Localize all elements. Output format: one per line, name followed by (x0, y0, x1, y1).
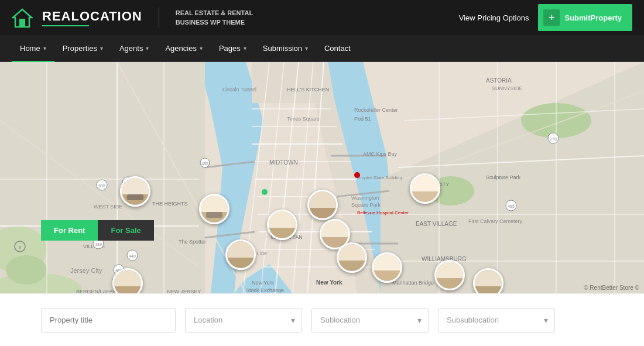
svg-text:ASTORIA: ASTORIA (486, 77, 512, 84)
svg-text:EAST VILLAGE: EAST VILLAGE (416, 221, 457, 227)
map-pin-7[interactable] (225, 239, 256, 270)
nav-agents-arrow: ▾ (146, 45, 149, 52)
logo-underline (42, 25, 89, 26)
svg-text:AMC Kips Bay: AMC Kips Bay (363, 151, 398, 157)
nav-submission-arrow: ▾ (305, 45, 308, 52)
svg-text:First Calvary Cemetery: First Calvary Cemetery (468, 218, 523, 224)
nav-item-home[interactable]: Home ▾ (12, 35, 54, 62)
property-title-input[interactable] (41, 308, 176, 333)
header-divider (159, 7, 159, 28)
map-pin-12[interactable] (473, 268, 503, 293)
svg-text:New York: New York (316, 279, 342, 286)
nav-contact-label: Contact (324, 44, 351, 53)
header: REALOCATION REAL ESTATE & RENTAL BUSINES… (0, 0, 644, 35)
svg-text:Washington: Washington (351, 195, 379, 201)
subsublocation-select[interactable]: Subsublocation (438, 308, 555, 333)
header-right: View Pricing Options + SubmitProperty (459, 4, 632, 31)
map-pin-11[interactable] (434, 260, 465, 290)
map-pin-3[interactable] (307, 190, 338, 220)
svg-point-8 (6, 255, 47, 285)
filter-bar: Location Sublocation Subsublocation (0, 293, 644, 346)
svg-text:New York: New York (252, 280, 275, 286)
for-rent-tab[interactable]: For Rent (41, 220, 98, 241)
nav-item-contact[interactable]: Contact (316, 35, 359, 62)
svg-text:Jersey City: Jersey City (70, 267, 102, 274)
svg-text:Empire State Building: Empire State Building (357, 175, 402, 180)
header-tagline: REAL ESTATE & RENTAL BUSINESS WP THEME (176, 8, 253, 28)
map-pin-2[interactable] (199, 194, 229, 224)
svg-text:Lincoln Tunnel: Lincoln Tunnel (222, 87, 256, 93)
nav-properties-label: Properties (63, 44, 97, 53)
nav-pages-label: Pages (219, 44, 241, 53)
main-nav: Home ▾ Properties ▾ Agents ▾ Agencies ▾ … (0, 35, 644, 62)
logo-wrap: REALOCATION (42, 9, 142, 26)
nav-home-label: Home (20, 44, 40, 53)
svg-text:9: 9 (19, 245, 22, 250)
tab-buttons: For Rent For Sale (41, 220, 154, 241)
logo-text: REALOCATION (42, 9, 142, 24)
svg-text:MIDTOWN: MIDTOWN (269, 159, 298, 166)
svg-text:Times Square: Times Square (287, 116, 320, 122)
svg-text:NEW JERSEY: NEW JERSEY (167, 289, 201, 293)
nav-item-agents[interactable]: Agents ▾ (111, 35, 157, 62)
svg-rect-1 (19, 19, 25, 27)
svg-text:The Spotter: The Spotter (179, 239, 206, 245)
nav-item-pages[interactable]: Pages ▾ (211, 35, 255, 62)
svg-text:635: 635 (98, 184, 105, 188)
nav-agencies-arrow: ▾ (200, 45, 203, 52)
nav-agencies-label: Agencies (165, 44, 196, 53)
location-wrapper: Location (185, 308, 302, 333)
nav-agents-label: Agents (119, 44, 143, 53)
for-sale-tab[interactable]: For Sale (98, 220, 153, 241)
svg-text:278: 278 (550, 137, 557, 141)
submit-property-label: SubmitProperty (564, 13, 622, 22)
map-area[interactable]: Jersey City MIDTOWN LOWER MANHATTAN EAST… (0, 62, 644, 293)
submit-property-button[interactable]: + SubmitProperty (538, 4, 632, 31)
svg-text:Stock Exchange: Stock Exchange (246, 287, 284, 293)
map-pin-1[interactable] (120, 176, 150, 207)
header-left: REALOCATION REAL ESTATE & RENTAL BUSINES… (12, 7, 253, 28)
sublocation-select[interactable]: Sublocation (311, 308, 429, 333)
nav-item-agencies[interactable]: Agencies ▾ (157, 35, 210, 62)
map-pin-4[interactable] (410, 173, 440, 204)
submit-plus-icon: + (543, 9, 560, 26)
nav-pages-arrow: ▾ (244, 45, 246, 52)
svg-point-101 (354, 172, 360, 178)
subsublocation-wrapper: Subsublocation (438, 308, 555, 333)
svg-text:THE HEIGHTS: THE HEIGHTS (152, 201, 188, 207)
svg-text:Square Park: Square Park (351, 202, 381, 208)
sublocation-wrapper: Sublocation (311, 308, 429, 333)
map-background: Jersey City MIDTOWN LOWER MANHATTAN EAST… (0, 62, 644, 293)
nav-item-properties[interactable]: Properties ▾ (54, 35, 111, 62)
map-pin-8[interactable] (337, 242, 367, 273)
view-pricing-link[interactable]: View Pricing Options (459, 13, 529, 22)
nav-home-arrow: ▾ (43, 45, 46, 52)
location-select[interactable]: Location (185, 308, 302, 333)
nav-properties-arrow: ▾ (100, 45, 103, 52)
svg-text:495: 495 (201, 162, 208, 166)
map-pin-5[interactable] (267, 210, 297, 240)
svg-text:139: 139 (95, 242, 102, 246)
svg-point-102 (262, 189, 268, 195)
svg-text:Pod 51: Pod 51 (354, 116, 371, 122)
svg-text:Rockefeller Center: Rockefeller Center (354, 107, 398, 113)
map-pin-9[interactable] (372, 252, 402, 283)
map-pin-10[interactable] (112, 268, 143, 293)
svg-text:440: 440 (129, 254, 136, 258)
nav-submission-label: Submission (263, 44, 302, 53)
svg-text:Bellevue Hospital Center: Bellevue Hospital Center (357, 210, 409, 215)
svg-text:WEST SIDE: WEST SIDE (94, 204, 122, 210)
svg-text:SUNNYSIDE: SUNNYSIDE (492, 85, 523, 91)
logo-icon (12, 7, 33, 28)
svg-text:495: 495 (508, 204, 515, 208)
map-copyright: © RentBetter Store © (584, 285, 639, 291)
svg-text:Sculpture Park: Sculpture Park (486, 174, 521, 180)
nav-item-submission[interactable]: Submission ▾ (255, 35, 316, 62)
svg-text:HELL'S KITCHEN: HELL'S KITCHEN (287, 87, 329, 93)
